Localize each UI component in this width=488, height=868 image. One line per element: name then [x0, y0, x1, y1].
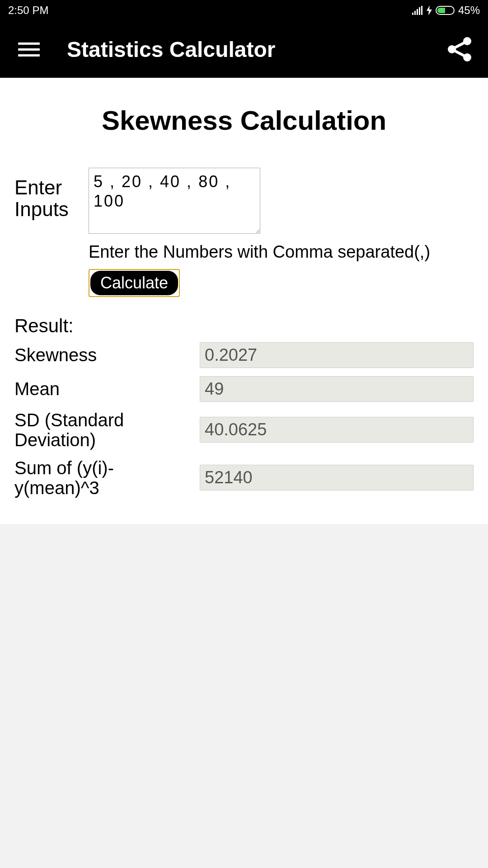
svg-rect-2 [417, 9, 418, 15]
app-title: Statistics Calculator [67, 37, 446, 62]
result-heading: Result: [14, 315, 474, 337]
svg-rect-1 [414, 11, 416, 15]
page-title: Skewness Calculation [14, 105, 474, 136]
input-section: Enter Inputs Enter the Numbers with Comm… [14, 168, 474, 297]
skewness-label: Skewness [14, 345, 191, 365]
inputs-textarea[interactable] [89, 168, 260, 234]
result-row-skewness: Skewness 0.2027 [14, 342, 474, 368]
sd-value: 40.0625 [200, 417, 474, 443]
result-row-mean: Mean 49 [14, 376, 474, 402]
share-icon[interactable] [446, 36, 473, 63]
mean-label: Mean [14, 379, 191, 399]
svg-rect-0 [412, 13, 413, 15]
lightning-icon [427, 5, 432, 15]
svg-rect-4 [421, 6, 422, 15]
result-row-sd: SD (Standard Deviation) 40.0625 [14, 410, 474, 450]
calculate-button[interactable]: Calculate [90, 271, 178, 295]
signal-icon [412, 6, 423, 15]
status-right: 45% [412, 4, 480, 17]
sd-label: SD (Standard Deviation) [14, 410, 191, 450]
status-bar: 2:50 PM 45% [0, 0, 488, 21]
input-label: Enter Inputs [14, 168, 73, 297]
mean-value: 49 [200, 376, 474, 402]
skewness-value: 0.2027 [200, 342, 474, 368]
app-bar: Statistics Calculator [0, 21, 488, 78]
result-row-sumcube: Sum of (y(i)-y(mean)^3 52140 [14, 458, 474, 498]
svg-rect-3 [419, 7, 420, 15]
battery-icon [436, 6, 455, 15]
sumcube-value: 52140 [200, 465, 474, 491]
svg-line-8 [452, 41, 467, 49]
svg-line-9 [452, 49, 467, 57]
status-time: 2:50 PM [8, 4, 48, 17]
battery-percent: 45% [458, 4, 480, 17]
content-area: Skewness Calculation Enter Inputs Enter … [0, 78, 488, 524]
menu-icon[interactable] [18, 38, 40, 60]
sumcube-label: Sum of (y(i)-y(mean)^3 [14, 458, 191, 498]
input-hint: Enter the Numbers with Comma separated(,… [89, 242, 474, 263]
